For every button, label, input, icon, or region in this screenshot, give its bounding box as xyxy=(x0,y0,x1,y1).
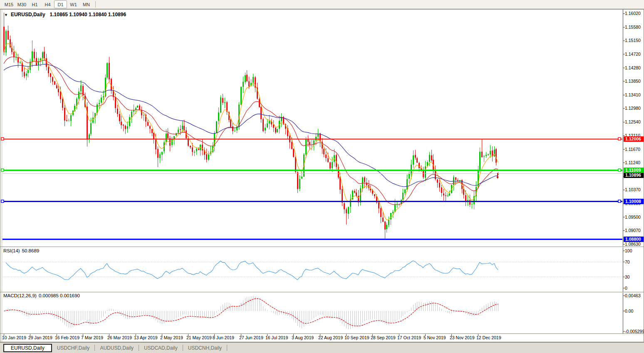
date-label: 7 Mar 2019 xyxy=(81,335,103,340)
candle-body xyxy=(364,178,365,182)
candle-body xyxy=(125,126,126,129)
rsi-panel[interactable]: 10070300 xyxy=(2,248,632,291)
date-label: 29 Jan 2019 xyxy=(28,335,52,340)
candle-body xyxy=(232,126,233,131)
price-tick-label: 1.12980 xyxy=(625,106,641,111)
chart-tab-eurusd[interactable]: EURUSD,Daily xyxy=(3,344,52,352)
pivot-line-handle[interactable] xyxy=(618,169,621,171)
candle-body xyxy=(465,195,466,201)
pivot-line-handle[interactable] xyxy=(1,169,4,171)
rsi-value: 50.8689 xyxy=(22,248,40,253)
candle-body xyxy=(137,106,138,108)
candle-body xyxy=(263,119,264,131)
candle-body xyxy=(490,151,491,155)
chart-tab-usdchf[interactable]: USDCHF,Daily xyxy=(52,344,95,352)
candle-body xyxy=(50,73,51,77)
candle-body xyxy=(216,121,217,133)
macd-panel[interactable]: 0.004630.00-0.005299 xyxy=(4,293,644,334)
candle-body xyxy=(404,190,406,193)
chart-tab-audusd[interactable]: AUDUSD,Daily xyxy=(95,344,139,352)
timeframe-button-h1[interactable]: H1 xyxy=(28,0,41,8)
chart-objects xyxy=(1,138,622,239)
price-axis[interactable]: 1.160201.155801.151501.147201.142801.138… xyxy=(623,11,641,247)
candle-body xyxy=(58,89,59,92)
candle-body xyxy=(388,220,389,225)
resistance-line-handle[interactable] xyxy=(618,138,621,140)
toolbar-separator xyxy=(95,1,96,7)
chart-tab-bar: EURUSD,DailyUSDCHF,DailyAUDUSD,DailyUSDC… xyxy=(0,342,644,353)
candle-body xyxy=(34,52,35,59)
support-line-handle[interactable] xyxy=(618,200,621,202)
rsi-label: RSI(14)50.8689 xyxy=(3,248,39,253)
candle-body xyxy=(196,149,197,151)
candle-body xyxy=(218,112,219,121)
candle-body xyxy=(392,212,394,213)
candle-body xyxy=(374,194,375,196)
candle-body xyxy=(488,154,489,155)
candle-body xyxy=(26,74,27,76)
date-label: 23 Nov 2019 xyxy=(450,335,475,340)
candle-body xyxy=(52,77,53,82)
candle-body xyxy=(443,193,444,195)
candle-body xyxy=(431,156,432,160)
candle-body xyxy=(24,72,25,76)
candle-body xyxy=(178,130,179,133)
candle-body xyxy=(127,126,128,129)
candle-body xyxy=(253,77,254,83)
price-tick-label: 1.15150 xyxy=(625,38,641,43)
candle-body xyxy=(32,51,33,62)
support-line-handle[interactable] xyxy=(1,200,4,202)
date-axis[interactable]: 10 Jan 201929 Jan 201916 Feb 20197 Mar 2… xyxy=(2,334,501,341)
candle-body xyxy=(17,58,19,63)
candle-body xyxy=(171,139,173,145)
candle-body xyxy=(416,158,418,163)
date-label: 27 Jun 2019 xyxy=(239,335,263,340)
candle-body xyxy=(329,163,331,169)
candle-body xyxy=(301,177,302,179)
candle-body xyxy=(382,217,384,222)
chart-symbol-label: EURUSD,Daily xyxy=(11,12,45,17)
candle-body xyxy=(103,96,104,97)
timeframe-button-d1[interactable]: D1 xyxy=(54,0,67,8)
candle-body xyxy=(222,98,223,103)
candle-body xyxy=(5,31,7,53)
candle-body xyxy=(68,121,69,121)
candle-body xyxy=(183,126,185,131)
resistance-line-handle[interactable] xyxy=(1,138,4,140)
candle-body xyxy=(99,103,100,104)
lower-support-line-price-badge: 1.08800 xyxy=(624,237,644,242)
candle-body xyxy=(182,126,183,129)
price-chart-canvas[interactable]: 1.160201.155801.151501.147201.142801.138… xyxy=(0,0,644,353)
candle-body xyxy=(455,178,456,180)
candle-body xyxy=(198,149,199,150)
timeframe-button-m30[interactable]: M30 xyxy=(15,0,28,8)
date-label: 22 Aug 2019 xyxy=(318,335,343,340)
candle-body xyxy=(121,122,122,126)
candle-body xyxy=(157,149,159,158)
candle-body xyxy=(246,75,248,81)
candle-body xyxy=(447,196,448,197)
chart-tab-usdcnh[interactable]: USDCNH,Daily xyxy=(183,344,227,352)
candle-body xyxy=(161,152,163,155)
candle-body xyxy=(115,97,116,109)
timeframe-button-mn[interactable]: MN xyxy=(80,0,93,8)
candle-body xyxy=(80,85,82,91)
rsi-axis-label: 30 xyxy=(625,274,630,279)
chart-dropdown-icon[interactable]: ▼ xyxy=(4,13,8,17)
candle-body xyxy=(429,155,430,162)
candle-body xyxy=(445,195,446,196)
price-tick-label: 1.09500 xyxy=(625,215,641,220)
timeframe-button-m15[interactable]: M15 xyxy=(2,0,15,8)
timeframe-button-h4[interactable]: H4 xyxy=(41,0,54,8)
candle-body xyxy=(406,179,408,190)
candle-body xyxy=(259,99,260,107)
candle-body xyxy=(27,70,29,73)
macd-axis-label: 0.00463 xyxy=(625,293,641,298)
candle-body xyxy=(332,162,333,168)
candle-body xyxy=(277,129,278,133)
timeframe-toolbar: M15M30H1H4D1W1MN xyxy=(0,0,644,9)
chart-tab-usdcad[interactable]: USDCAD,Daily xyxy=(139,344,183,352)
timeframe-button-w1[interactable]: W1 xyxy=(67,0,80,8)
price-tick-label: 1.08630 xyxy=(625,242,641,247)
price-tick-label: 1.10370 xyxy=(625,187,641,192)
